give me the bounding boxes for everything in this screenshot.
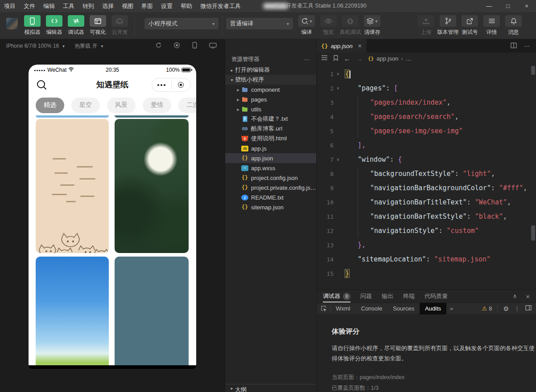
- menu-工具[interactable]: 工具: [59, 0, 78, 12]
- kebab-menu-icon[interactable]: ⋮: [514, 305, 520, 312]
- devtools-tab-Console[interactable]: Console: [356, 303, 388, 314]
- warnings-indicator[interactable]: ⚠ 8: [482, 305, 492, 312]
- avatar[interactable]: [6, 18, 18, 29]
- close-tab-icon[interactable]: ×: [358, 42, 362, 49]
- toolbar-button-label: 清缓存: [364, 29, 380, 36]
- category-tab-精选[interactable]: 精选: [36, 98, 64, 113]
- wallpaper-thumb-flower[interactable]: [115, 119, 189, 253]
- screenshot-icon[interactable]: [209, 42, 217, 50]
- fold-icon[interactable]: ∨: [334, 86, 342, 90]
- toolbar-button-详情[interactable]: 详情: [481, 15, 502, 36]
- gear-icon[interactable]: ⚙: [503, 305, 509, 312]
- menu-项目[interactable]: 项目: [0, 0, 20, 12]
- menu-视图[interactable]: 视图: [118, 0, 137, 12]
- toolbar-button-调试器[interactable]: 调试器: [66, 15, 87, 36]
- breadcrumb[interactable]: {} app.json › …: [368, 55, 412, 62]
- wallpaper-thumb-cats[interactable]: [36, 119, 109, 253]
- more-tabs-icon[interactable]: »: [446, 305, 457, 312]
- layers-icon: ▾: [364, 15, 380, 27]
- explorer-section-壁纸小程序[interactable]: ▾壁纸小程序: [225, 75, 316, 85]
- panel-tab-代码质量[interactable]: 代码质量: [425, 290, 448, 302]
- file-README.txt[interactable]: iREADME.txt: [225, 192, 316, 202]
- toolbar-button-编译[interactable]: ▾ 编译: [296, 15, 317, 36]
- fold-icon[interactable]: ∨: [334, 157, 342, 162]
- panel-tab-调试器[interactable]: 调试器8: [323, 290, 350, 302]
- category-tab-风景[interactable]: 风景: [107, 98, 136, 113]
- toolbar-button-消息[interactable]: 消息: [503, 15, 524, 36]
- compile-mode-dropdown[interactable]: 普通编译 ▾: [226, 18, 293, 29]
- collapse-panel-icon[interactable]: ∧: [513, 293, 517, 300]
- category-tab-爱情[interactable]: 爱情: [143, 98, 171, 113]
- scrollbar-mark[interactable]: [531, 66, 535, 75]
- file-label: README.txt: [251, 194, 284, 201]
- devtools-tab-Audits[interactable]: Audits: [420, 303, 446, 314]
- menu-选择[interactable]: 选择: [98, 0, 118, 12]
- panel-tab-终端[interactable]: 终端: [403, 290, 415, 302]
- folder-pages[interactable]: ▸pages: [225, 94, 316, 104]
- file-app.js[interactable]: JSapp.js: [225, 143, 316, 153]
- maximize-button[interactable]: □: [499, 0, 517, 12]
- code-area[interactable]: 1 ∨ { 2 ∨ "pages": [ 3 "pages/index/inde…: [317, 64, 536, 290]
- toolbar-button-测试号[interactable]: 测试号: [459, 15, 480, 36]
- tab-app-json[interactable]: {} app.json ×: [317, 39, 367, 53]
- dock-side-icon[interactable]: [525, 305, 532, 312]
- info-file-icon: i: [241, 195, 248, 200]
- phone-view-icon[interactable]: [192, 42, 198, 50]
- toolbar-button-版本管理[interactable]: 版本管理: [437, 15, 458, 36]
- more-actions-icon[interactable]: ⋯: [524, 43, 530, 49]
- outline-section[interactable]: ▸ 大纲: [225, 384, 316, 392]
- more-menu-icon[interactable]: [152, 84, 171, 86]
- close-button[interactable]: ×: [517, 0, 536, 12]
- nav-back-icon[interactable]: ←: [344, 55, 350, 62]
- panel-tab-输出[interactable]: 输出: [382, 290, 393, 302]
- record-icon[interactable]: [173, 42, 180, 50]
- wallpaper-thumb-sky[interactable]: [36, 257, 109, 365]
- device-selector[interactable]: iPhone 6/7/8 100% 16 ▾: [6, 43, 65, 49]
- explorer-section-打开的编辑器[interactable]: ▸打开的编辑器: [225, 65, 316, 75]
- more-actions-icon[interactable]: ⋯: [304, 56, 310, 63]
- close-target-icon[interactable]: [172, 82, 191, 88]
- wallpaper-thumb-teal[interactable]: [115, 257, 189, 365]
- category-tab-二次[interactable]: 二次: [178, 98, 196, 113]
- mini-program-navbar: 知遇壁纸: [29, 75, 196, 95]
- file-酷库博客.url[interactable]: 酷库博客.url: [225, 124, 316, 134]
- menu-文件[interactable]: 文件: [20, 0, 39, 12]
- file-app.wxss[interactable]: ~app.wxss: [225, 163, 316, 173]
- restart-icon[interactable]: [155, 42, 162, 50]
- scrollbar-thumb[interactable]: [531, 225, 535, 241]
- file-使用说明.html[interactable]: 5使用说明.html: [225, 134, 316, 143]
- split-editor-icon[interactable]: [511, 42, 517, 50]
- divider: [497, 305, 498, 312]
- toolbar-button-模拟器[interactable]: 模拟器: [22, 15, 43, 36]
- file-app.json[interactable]: {}app.json: [225, 153, 316, 163]
- category-tab-星空[interactable]: 星空: [71, 98, 100, 113]
- bookmark-icon[interactable]: [333, 55, 338, 62]
- devtools-tab-Wxml[interactable]: Wxml: [330, 303, 356, 314]
- toolbar-button-云开发[interactable]: 云开发: [109, 15, 130, 36]
- menu-微信开发者工具[interactable]: 微信开发者工具: [196, 0, 245, 12]
- minimize-button[interactable]: —: [480, 0, 499, 12]
- fold-icon[interactable]: ∨: [334, 72, 342, 76]
- panel-tab-问题[interactable]: 问题: [360, 290, 372, 302]
- devtools-tab-Sources[interactable]: Sources: [388, 303, 420, 314]
- folder-utils[interactable]: ▸utils: [225, 104, 316, 114]
- menu-转到[interactable]: 转到: [78, 0, 98, 12]
- file-project.private.config.js…[interactable]: {}project.private.config.js…: [225, 183, 316, 192]
- toolbar-button-编辑器[interactable]: 编辑器: [44, 15, 65, 36]
- close-panel-icon[interactable]: ×: [526, 293, 530, 300]
- file-project.config.json[interactable]: {}project.config.json: [225, 173, 316, 183]
- file-不会搭建？.txt[interactable]: 不会搭建？.txt: [225, 114, 316, 124]
- menu-设置[interactable]: 设置: [157, 0, 177, 12]
- folder-component[interactable]: ▸component: [225, 85, 316, 94]
- code-line-13: 13 },: [317, 238, 536, 252]
- toolbar-button-可视化[interactable]: 可视化: [87, 15, 108, 36]
- menu-编辑[interactable]: 编辑: [39, 0, 59, 12]
- outline-list-icon[interactable]: [321, 55, 328, 62]
- hot-reload-toggle[interactable]: 热重载 开 ▾: [74, 42, 103, 50]
- mode-dropdown[interactable]: 小程序模式 ▾: [144, 18, 219, 29]
- menu-帮助[interactable]: 帮助: [177, 0, 196, 12]
- file-sitemap.json[interactable]: {}sitemap.json: [225, 202, 316, 212]
- inspect-element-icon[interactable]: [317, 305, 330, 312]
- toolbar-button-清缓存[interactable]: ▾ 清缓存: [362, 15, 383, 36]
- menu-界面[interactable]: 界面: [137, 0, 157, 12]
